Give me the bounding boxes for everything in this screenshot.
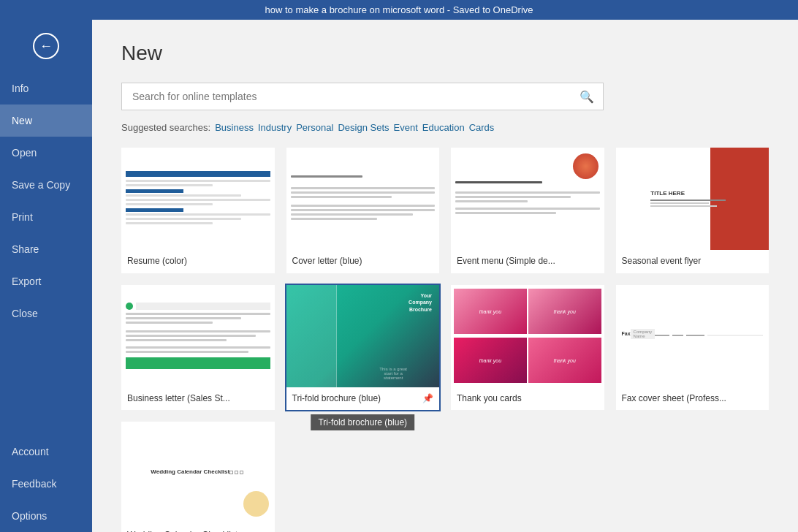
template-thumb-fax: Fax Company Name: [616, 285, 770, 387]
template-label-cover: Cover letter (blue): [286, 250, 440, 273]
suggested-link-personal[interactable]: Personal: [296, 122, 333, 133]
suggested-link-design-sets[interactable]: Design Sets: [338, 122, 389, 133]
template-label-resume: Resume (color): [121, 250, 275, 273]
template-card-wedding[interactable]: Wedding Calendar Checklist: [121, 422, 275, 532]
template-wrapper-cover: Cover letter (blue): [286, 148, 440, 273]
template-label-flyer: Seasonal event flyer: [616, 250, 770, 273]
template-card-resume[interactable]: Resume (color): [121, 148, 275, 273]
template-card-bizletter[interactable]: Business letter (Sales St...: [121, 285, 275, 411]
search-bar: 🔍: [121, 83, 604, 110]
sidebar-divider: [0, 330, 92, 436]
title-bar-text: how to make a brochure on microsoft word…: [265, 4, 533, 15]
back-button[interactable]: ←: [0, 20, 92, 72]
sidebar-item-feedback[interactable]: Feedback: [0, 468, 92, 500]
sidebar: ← Info New Open Save a Copy Print Share …: [0, 20, 92, 532]
search-button[interactable]: 🔍: [571, 84, 603, 110]
template-wrapper-resume: Resume (color): [121, 148, 275, 273]
template-card-fax[interactable]: Fax Company Name: [616, 285, 770, 411]
template-card-cover[interactable]: Cover letter (blue): [286, 148, 440, 273]
template-thumb-wedding: Wedding Calendar Checklist: [121, 422, 275, 524]
template-wrapper-event: Event menu (Simple de...: [451, 148, 604, 273]
main-content: New 🔍 Suggested searches: Business Indus…: [92, 20, 798, 532]
trifold-tooltip: Tri-fold brochure (blue): [311, 414, 414, 430]
sidebar-item-new[interactable]: New: [0, 104, 92, 137]
sidebar-item-account[interactable]: Account: [0, 436, 92, 468]
template-label-wedding: Wedding Calendar Checklist: [121, 524, 275, 532]
suggested-link-education[interactable]: Education: [422, 122, 465, 133]
template-thumb-cover: [286, 148, 440, 250]
template-thumb-resume: [121, 148, 275, 250]
back-circle-icon: ←: [33, 33, 59, 59]
template-thumb-trifold: YourCompanyBrochure This is a greatstart…: [286, 285, 440, 387]
template-card-trifold[interactable]: YourCompanyBrochure This is a greatstart…: [286, 285, 440, 411]
template-card-event[interactable]: Event menu (Simple de...: [451, 148, 604, 273]
suggested-link-cards[interactable]: Cards: [469, 122, 495, 133]
search-input[interactable]: [122, 83, 571, 110]
template-thumb-bizletter: [121, 285, 275, 387]
template-thumb-event: [451, 148, 604, 250]
sidebar-item-export[interactable]: Export: [0, 265, 92, 297]
suggested-searches: Suggested searches: Business Industry Pe…: [121, 122, 769, 133]
template-wrapper-trifold: YourCompanyBrochure This is a greatstart…: [286, 285, 440, 411]
template-thumb-thankyou: thank you thank you thank you thank you: [451, 285, 604, 387]
template-card-thankyou[interactable]: thank you thank you thank you thank you …: [451, 285, 604, 411]
pin-icon: 📌: [422, 393, 433, 405]
template-wrapper-thankyou: thank you thank you thank you thank you …: [451, 285, 604, 411]
template-label-event: Event menu (Simple de...: [451, 250, 604, 273]
title-bar: how to make a brochure on microsoft word…: [0, 0, 798, 20]
sidebar-item-share[interactable]: Share: [0, 233, 92, 265]
template-label-trifold: Tri-fold brochure (blue) 📌: [286, 387, 440, 411]
sidebar-item-save-copy[interactable]: Save a Copy: [0, 169, 92, 201]
sidebar-item-info[interactable]: Info: [0, 72, 92, 104]
suggested-label: Suggested searches:: [121, 122, 210, 133]
template-wrapper-fax: Fax Company Name: [616, 285, 770, 411]
page-title: New: [121, 42, 769, 65]
template-thumb-flyer: TITLE HERE: [616, 148, 770, 250]
template-label-bizletter: Business letter (Sales St...: [121, 387, 275, 411]
suggested-link-industry[interactable]: Industry: [258, 122, 292, 133]
template-card-flyer[interactable]: TITLE HERE Seasonal event flyer: [616, 148, 770, 273]
suggested-link-event[interactable]: Event: [394, 122, 418, 133]
sidebar-item-open[interactable]: Open: [0, 137, 92, 169]
template-label-thankyou: Thank you cards: [451, 387, 604, 411]
sidebar-item-close[interactable]: Close: [0, 297, 92, 330]
template-wrapper-flyer: TITLE HERE Seasonal event flyer: [616, 148, 770, 273]
template-label-fax: Fax cover sheet (Profess...: [616, 387, 770, 411]
sidebar-item-options[interactable]: Options: [0, 500, 92, 532]
suggested-link-business[interactable]: Business: [215, 122, 254, 133]
template-wrapper-wedding: Wedding Calendar Checklist: [121, 422, 275, 532]
sidebar-item-print[interactable]: Print: [0, 201, 92, 233]
app-body: ← Info New Open Save a Copy Print Share …: [0, 20, 798, 532]
template-wrapper-bizletter: Business letter (Sales St...: [121, 285, 275, 411]
template-grid: Resume (color): [121, 148, 769, 532]
